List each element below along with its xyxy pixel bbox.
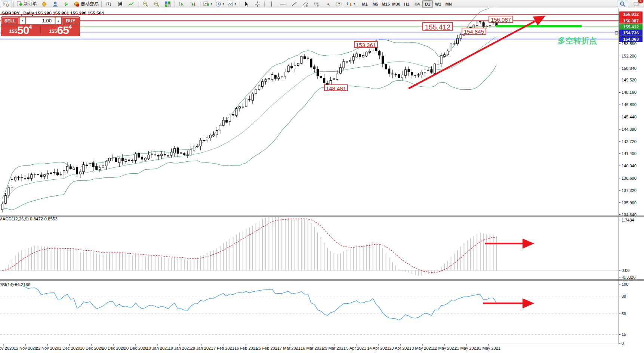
sell-button[interactable]: SELL [1,17,19,24]
timeframe-d1-button[interactable]: D1 [422,0,433,8]
timeframe-h4-button[interactable]: H4 [412,0,422,8]
zoom-in-button[interactable] [140,0,151,8]
mql5-market-button[interactable] [38,0,50,8]
bollinger-bands [2,8,496,210]
trade-signals-button[interactable] [61,0,72,8]
candle [27,178,29,179]
candle [151,154,153,154]
candle [349,60,351,62]
candle [67,166,68,171]
timeframe-h1-button[interactable]: H1 [401,0,412,8]
candle [105,161,107,166]
date-tick-label: 5 Apr 2021 [346,346,366,350]
candle [47,173,49,175]
date-tick-label: 30 Dec 2020 [124,346,147,350]
zoom-in-icon [142,1,148,7]
text-tool-button[interactable]: A [322,0,333,8]
candle [265,80,266,81]
horizontal-line-tool-button[interactable] [277,0,289,8]
candlestick-mode-button[interactable] [114,0,126,8]
candle [278,77,280,79]
candle [437,64,439,65]
periods-menu-button[interactable]: ▾ [214,0,226,8]
price-axis[interactable]: 153.560152.200150.840149.520148.160146.8… [615,12,643,346]
price-tag-text: 156.812 [623,12,639,16]
chart-area[interactable]: GBPJPY , Daily 155.280 155.801 155.280 1… [0,8,644,353]
crosshair-tool-button[interactable] [252,0,263,8]
trendline-tool-button[interactable] [289,0,300,8]
volume-decrease-button[interactable]: ▾ [19,17,25,24]
line-handle[interactable] [615,32,618,34]
dropdown-arrow-icon[interactable]: ▾ [354,2,355,6]
arrows-tool-button[interactable]: ▾ [345,0,357,8]
sell-price[interactable]: 155504 [1,25,40,35]
candle [115,158,117,162]
candle [417,75,419,75]
chart-canvas[interactable]: GBPJPY , Daily 155.280 155.801 155.280 1… [0,8,644,353]
candle [50,173,52,173]
main-pane: GBPJPY , Daily 155.280 155.801 155.280 1… [0,8,619,213]
candle [453,44,455,44]
chart-shift-button[interactable] [188,0,199,8]
candle [297,63,299,65]
timeframe-w1-button[interactable]: W1 [433,0,443,8]
timeframe-m1-button[interactable]: M1 [360,0,370,8]
notifications-button[interactable]: 1 [631,0,642,8]
support-segment[interactable]: 多空转折点 [496,25,597,45]
equidistant-channel-tool-button[interactable]: E [300,0,311,8]
zoom-out-button[interactable] [151,0,162,8]
toolbar-separator [101,1,102,7]
tile-windows-button[interactable] [162,0,173,8]
candle [232,114,234,115]
dropdown-arrow-icon[interactable]: ▾ [235,2,236,6]
timeframe-m5-button[interactable]: M5 [370,0,380,8]
price-tick-label: 141.400 [622,151,637,156]
price-tick-label: 134.640 [622,213,637,217]
thick-support-line[interactable] [496,25,582,27]
search-button[interactable] [617,0,628,8]
timeframe-m30-button[interactable]: M30 [391,0,401,8]
volume-increase-button[interactable]: ▴ [55,17,61,24]
candle [197,146,198,147]
templates-menu-button[interactable]: ▾ [226,0,238,8]
candle [414,75,416,76]
vertical-line-tool-button[interactable] [266,0,277,8]
auto-scroll-button[interactable] [176,0,188,8]
candle [314,67,315,69]
fibonacci-tool-button[interactable]: F [311,0,322,8]
dropdown-arrow-icon[interactable]: ▾ [211,2,212,6]
date-tick-label: 2 Nov 2020 [0,346,14,350]
buy-price[interactable]: 155654 [41,25,80,35]
buy-price-base: 155 [49,28,57,35]
candlestick-series [1,18,497,212]
candle [96,166,98,170]
candle [125,160,127,161]
buy-button[interactable]: BUY [62,17,79,24]
candle [274,75,276,78]
candle [301,56,302,64]
timeframe-mn-button[interactable]: MN [443,0,454,8]
bar-chart-mode-button[interactable] [103,0,114,8]
timeframe-m15-button[interactable]: M15 [380,0,391,8]
indicators-list-button[interactable]: ▾ [202,0,214,8]
candle [180,153,182,154]
candle [444,55,446,56]
dropdown-arrow-icon[interactable]: ▾ [223,2,224,6]
candle [60,175,62,175]
zoom-out-icon [154,1,160,7]
new-order-button[interactable]: 新订单 [15,0,38,8]
auto-trading-button[interactable]: 自动交易 [72,0,100,8]
candle [343,62,345,68]
candle [291,66,293,68]
volume-input[interactable] [26,17,55,24]
line-chart-mode-button[interactable] [126,0,137,8]
new-chart-button[interactable] [1,0,12,8]
sell-price-base: 155 [9,28,17,35]
cursor-tool-button[interactable] [241,0,252,8]
text-label-tool-button[interactable]: T [333,0,345,8]
candle [476,22,478,26]
rsi-tick-label: 15 [622,332,626,337]
date-axis[interactable]: 2 Nov 202012 Nov 202022 Nov 20201 Dec 20… [0,344,500,350]
candle [317,69,318,76]
mql5-community-button[interactable] [50,0,61,8]
